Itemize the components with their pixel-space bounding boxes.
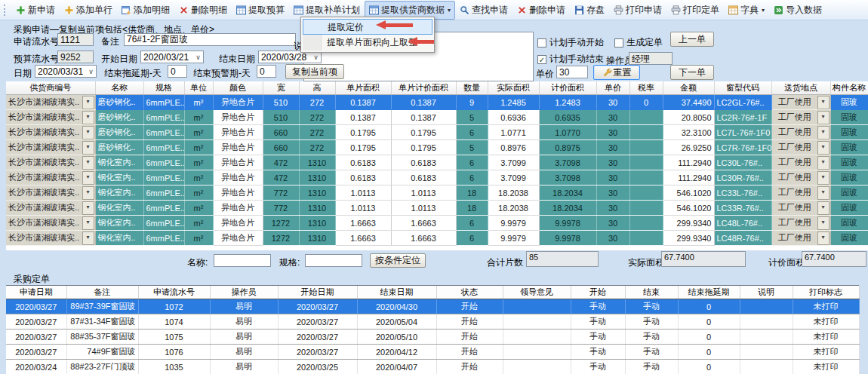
table-cell[interactable]: LC2GL-76#.. xyxy=(714,95,771,110)
table-cell[interactable]: 长沙市潇湘玻璃实..▾ xyxy=(6,231,95,246)
table-cell[interactable]: 手动 xyxy=(571,330,625,345)
table-cell[interactable]: 长沙市潇湘玻璃实..▾ xyxy=(6,216,95,231)
table-cell[interactable]: 30 xyxy=(596,201,629,216)
table-cell[interactable]: 1.0771 xyxy=(488,125,539,140)
table-cell[interactable]: 固玻 xyxy=(830,95,868,110)
table-cell[interactable]: 2020/03/27 xyxy=(278,345,357,360)
table-cell[interactable]: 2020/03/27 xyxy=(278,299,357,314)
table-cell[interactable]: 钢化室内.. xyxy=(95,216,143,231)
chevron-down-icon[interactable]: ▾ xyxy=(817,111,830,124)
menu-item-extract-pricing[interactable]: 提取定价 xyxy=(303,19,432,35)
table-cell[interactable]: 472 xyxy=(263,170,299,185)
table-cell[interactable]: 510 xyxy=(263,110,299,125)
table-cell[interactable]: 0 xyxy=(678,299,740,314)
toolbar-button-import-data[interactable]: 导入数据 xyxy=(769,1,826,20)
table-row[interactable]: 长沙市潇湘玻璃实..▾钢化室内..6mmPLE..m²异地合片77213101.… xyxy=(6,201,868,216)
table-cell[interactable]: m² xyxy=(184,95,213,110)
table-cell[interactable]: 2020/04/12 xyxy=(357,345,436,360)
table-cell[interactable]: m² xyxy=(184,140,213,155)
table-cell[interactable]: 299.9340 xyxy=(663,231,714,246)
table-cell[interactable]: 0.1387 xyxy=(335,95,391,110)
chevron-down-icon[interactable]: ▾ xyxy=(817,141,830,155)
table-cell[interactable]: 1310 xyxy=(299,216,335,231)
table-cell[interactable]: 1075 xyxy=(138,330,210,345)
table-cell[interactable]: 工厂使用▾ xyxy=(771,201,830,216)
table-cell[interactable]: 1272 xyxy=(263,231,299,246)
toolbar-button-add-detail[interactable]: 添加明细 xyxy=(117,1,174,20)
table-cell[interactable]: 1076 xyxy=(138,345,210,360)
table-cell[interactable]: 钢化室内.. xyxy=(95,231,143,246)
table-cell[interactable]: 3.7099 xyxy=(488,155,539,170)
table-cell[interactable]: 未打印 xyxy=(793,345,859,360)
table-cell[interactable]: 18.2034 xyxy=(539,185,596,201)
table-cell[interactable]: 固玻 xyxy=(830,216,868,231)
table-cell[interactable] xyxy=(740,345,793,360)
table-cell[interactable]: m² xyxy=(184,155,213,170)
table-cell[interactable]: 510 xyxy=(263,95,299,110)
remark-input[interactable] xyxy=(124,33,296,46)
table-cell[interactable]: 异地合片 xyxy=(213,231,263,246)
table-cell[interactable]: 0.8976 xyxy=(488,140,539,155)
table-cell[interactable]: 18.2038 xyxy=(488,185,539,201)
table-cell[interactable]: 长沙市潇湘玻璃实..▾ xyxy=(6,170,95,185)
table-cell[interactable]: 1.0113 xyxy=(335,185,391,201)
table-cell[interactable]: 异地合片 xyxy=(213,95,263,110)
table-cell[interactable]: 长沙市潇湘玻璃实..▾ xyxy=(6,110,95,125)
table-cell[interactable]: 工厂使用▾ xyxy=(771,155,830,170)
table-cell[interactable]: 30 xyxy=(596,95,629,110)
table-cell[interactable] xyxy=(629,231,663,246)
table-row[interactable]: 长沙市潇湘玻璃实..▾钢化室内..6mmPLE..m²异地合片47213100.… xyxy=(6,155,868,170)
table-cell[interactable]: 开始 xyxy=(436,360,503,374)
toolbar-button-add-row[interactable]: 添加单行 xyxy=(60,1,117,20)
checkbox-icon[interactable]: ✓ xyxy=(537,55,546,64)
table-cell[interactable]: 9.9979 xyxy=(488,216,539,231)
operator-field[interactable]: 经理 xyxy=(629,52,673,65)
table-cell[interactable]: 1.2485 xyxy=(488,95,539,110)
table-cell[interactable]: 6mmPLE.. xyxy=(143,140,184,155)
table-row[interactable]: 长沙市潇湘玻璃实..▾钢化室内..6mmPLE..m²异地合片127213101… xyxy=(6,216,868,231)
table-row[interactable]: 2020/03/2774#9F窗固玻1076易明2020/03/272020/0… xyxy=(6,345,859,360)
table-cell[interactable]: 6 xyxy=(456,125,488,140)
table-cell[interactable] xyxy=(503,360,571,374)
table-cell[interactable] xyxy=(629,125,663,140)
chevron-down-icon[interactable]: ▾ xyxy=(82,171,94,185)
table-cell[interactable]: 30 xyxy=(596,216,629,231)
table-cell[interactable]: 2020/05/04 xyxy=(357,314,436,330)
table-cell[interactable]: 工厂使用▾ xyxy=(771,170,830,185)
table-cell[interactable]: 30 xyxy=(596,110,629,125)
table-cell[interactable]: 1.6663 xyxy=(391,216,456,231)
table-cell[interactable]: 工厂使用▾ xyxy=(771,140,830,155)
table-cell[interactable]: 1.0770 xyxy=(539,125,596,140)
table-cell[interactable]: 固玻 xyxy=(830,140,868,155)
table-cell[interactable]: 111.2940 xyxy=(663,155,714,170)
table-cell[interactable]: 0.1387 xyxy=(335,110,391,125)
table-cell[interactable] xyxy=(629,216,663,231)
table-cell[interactable]: 18 xyxy=(456,201,488,216)
table-cell[interactable]: m² xyxy=(184,125,213,140)
unit-price-input[interactable] xyxy=(556,66,588,78)
toolbar-button-print-order[interactable]: 打印定单 xyxy=(666,1,724,20)
table-cell[interactable] xyxy=(740,314,793,330)
table-row[interactable]: 长沙市潇湘玻璃实..▾磨砂钢化..6mmPLE..m²异地合片6602720.1… xyxy=(6,140,868,155)
table-cell[interactable]: 0.1795 xyxy=(335,125,391,140)
table-cell[interactable]: 6mmPLE.. xyxy=(143,170,184,185)
table-cell[interactable]: 磨砂钢化.. xyxy=(95,95,143,110)
table-cell[interactable]: 易明 xyxy=(210,345,278,360)
checkbox-icon[interactable] xyxy=(537,38,546,48)
table-cell[interactable]: 易明 xyxy=(210,314,278,330)
table-cell[interactable]: 固玻 xyxy=(830,155,868,170)
table-cell[interactable]: LC33R-76#.. xyxy=(714,201,771,216)
table-row[interactable]: 2020/03/2788#35-37F窗固玻1075易明2020/03/2720… xyxy=(6,330,859,345)
table-cell[interactable]: 异地合片 xyxy=(213,170,263,185)
table-cell[interactable]: m² xyxy=(184,201,213,216)
table-cell[interactable]: 772 xyxy=(263,201,299,216)
table-cell[interactable]: 2020/03/27 xyxy=(278,330,357,345)
table-cell[interactable]: 1.6663 xyxy=(335,216,391,231)
table-cell[interactable]: m² xyxy=(184,231,213,246)
table-cell[interactable]: 异地合片 xyxy=(213,140,263,155)
table-cell[interactable]: 异地合片 xyxy=(213,110,263,125)
chevron-down-icon[interactable]: ▾ xyxy=(82,186,94,200)
table-cell[interactable]: 3.7099 xyxy=(488,170,539,185)
table-cell[interactable]: 272 xyxy=(299,125,335,140)
toolbar-button-add-new[interactable]: 新申请 xyxy=(11,1,60,20)
